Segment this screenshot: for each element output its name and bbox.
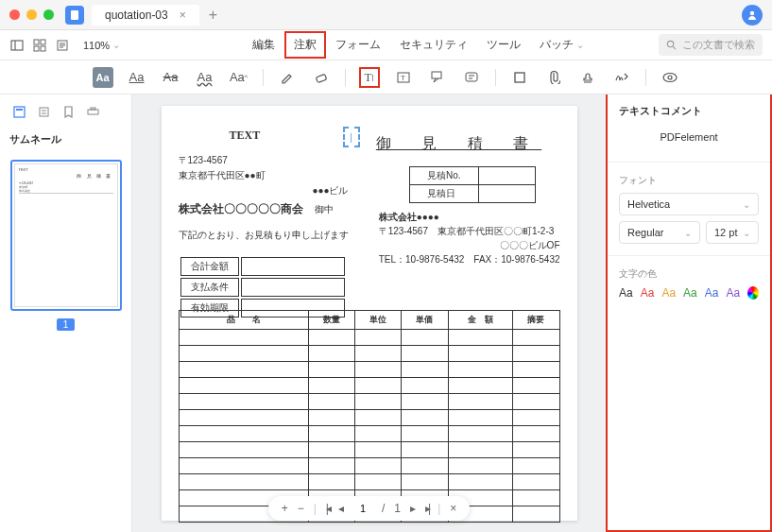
color-green[interactable]: Aa xyxy=(683,286,697,300)
color-purple[interactable]: Aa xyxy=(726,286,740,300)
underline-tool[interactable]: Aa xyxy=(127,67,147,88)
svg-rect-14 xyxy=(316,74,326,82)
color-orange[interactable]: Aa xyxy=(661,286,676,300)
maximize-window-button[interactable] xyxy=(43,9,54,20)
zoom-in-button[interactable]: + xyxy=(282,502,288,515)
text-element[interactable]: TEXT xyxy=(230,129,261,143)
shape-tool[interactable] xyxy=(509,67,530,88)
first-page-button[interactable]: |◂ xyxy=(326,502,329,515)
chevron-down-icon: ⌄ xyxy=(112,40,120,50)
text-comment-tool[interactable]: T| xyxy=(359,67,380,88)
font-family-select[interactable]: Helvetica⌄ xyxy=(619,193,759,215)
color-picker-icon[interactable] xyxy=(747,286,759,300)
outline-tab-icon[interactable] xyxy=(60,104,76,119)
menu-batch[interactable]: バッチ ⌄ xyxy=(530,31,593,59)
user-avatar[interactable] xyxy=(742,5,763,26)
sidebar-title: サムネール xyxy=(8,127,124,152)
reader-view-icon[interactable] xyxy=(55,38,70,53)
search-input[interactable]: この文書で検索 xyxy=(659,34,763,56)
main-area: サムネール TEXT 御 見 積 書 〒123-4567東京都株式会社 1 TE… xyxy=(0,94,772,532)
menu-edit[interactable]: 編集 xyxy=(243,31,284,59)
doc-title: 御 見 積 書 xyxy=(358,134,560,154)
app-icon xyxy=(65,6,84,25)
search-placeholder: この文書で検索 xyxy=(682,38,755,52)
color-label: 文字の色 xyxy=(619,267,759,281)
menu-security[interactable]: セキュリティ xyxy=(390,31,477,59)
caret-tool[interactable]: Aa^ xyxy=(229,67,249,88)
close-pager-button[interactable]: × xyxy=(450,502,456,515)
last-page-button[interactable]: ▸| xyxy=(425,502,428,515)
svg-point-22 xyxy=(663,73,677,81)
font-weight-select[interactable]: Regular⌄ xyxy=(619,221,700,244)
highlighter-tool[interactable] xyxy=(277,67,298,88)
zoom-value: 110% xyxy=(83,40,110,51)
color-black[interactable]: Aa xyxy=(619,286,633,300)
grid-view-icon[interactable] xyxy=(32,38,47,53)
close-tab-icon[interactable]: × xyxy=(180,9,186,22)
strikethrough-tool[interactable]: Aa xyxy=(161,67,181,88)
svg-rect-7 xyxy=(41,46,45,51)
callout-tool[interactable] xyxy=(427,67,448,88)
prev-page-button[interactable]: ◂ xyxy=(338,502,344,515)
zoom-select[interactable]: 110% ⌄ xyxy=(83,40,120,51)
color-blue[interactable]: Aa xyxy=(705,286,719,300)
titlebar: quotation-03 × + xyxy=(0,0,772,30)
svg-text:T: T xyxy=(401,74,405,82)
zoom-out-button[interactable]: − xyxy=(298,502,304,515)
page-thumbnail[interactable]: TEXT 御 見 積 書 〒123-4567東京都株式会社 xyxy=(10,160,122,311)
document-tab[interactable]: quotation-03 × xyxy=(92,5,199,26)
highlight-text-tool[interactable]: Aa xyxy=(93,67,113,88)
menu-tool[interactable]: ツール xyxy=(477,31,530,59)
text-insertion-cursor[interactable]: | xyxy=(343,127,360,147)
next-page-button[interactable]: ▸ xyxy=(410,502,416,515)
page-input[interactable] xyxy=(353,503,372,514)
textbox-tool[interactable]: T xyxy=(393,67,414,88)
properties-panel: テキストコメント PDFelement フォント Helvetica⌄ Regu… xyxy=(606,94,772,532)
search-icon xyxy=(666,40,677,50)
view-mode-toggles xyxy=(9,38,70,53)
squiggly-tool[interactable]: Aa xyxy=(195,67,215,88)
show-comments-tool[interactable] xyxy=(660,67,680,88)
bookmark-tab-icon[interactable] xyxy=(36,104,51,119)
document-canvas[interactable]: TEXT | 御 見 積 書 〒123-4567 東京都千代田区●●町 ●●●ビ… xyxy=(132,94,606,532)
sidebar-toggle-icon[interactable] xyxy=(9,38,25,53)
svg-rect-21 xyxy=(515,73,524,82)
stamp-tool[interactable] xyxy=(577,67,598,88)
close-window-button[interactable] xyxy=(9,9,20,20)
font-size-select[interactable]: 12 pt⌄ xyxy=(706,221,759,244)
svg-point-23 xyxy=(668,76,672,79)
menubar: 110% ⌄ 編集 注釈 フォーム セキュリティ ツール バッチ ⌄ この文書で… xyxy=(0,30,772,60)
signature-tool[interactable] xyxy=(611,67,632,88)
window-controls xyxy=(9,9,54,20)
chevron-down-icon: ⌄ xyxy=(743,199,750,210)
panel-title: テキストコメント xyxy=(619,104,759,118)
attachment-tool[interactable] xyxy=(543,67,564,88)
divider xyxy=(263,69,264,86)
svg-rect-6 xyxy=(34,46,39,51)
color-swatches: Aa Aa Aa Aa Aa Aa xyxy=(619,286,759,300)
svg-rect-0 xyxy=(71,10,78,20)
menu-annotate[interactable]: 注釈 xyxy=(284,31,326,59)
svg-rect-4 xyxy=(34,40,39,44)
svg-rect-5 xyxy=(41,40,45,44)
thumbnail-tab-icon[interactable] xyxy=(11,104,26,119)
sender-address: 〒123-4567 東京都千代田区●●町 ●●●ビル 株式会社〇〇〇〇〇商会 御… xyxy=(179,153,349,218)
color-red[interactable]: Aa xyxy=(641,286,655,300)
page-number-badge: 1 xyxy=(57,318,76,331)
note-tool[interactable] xyxy=(461,67,482,88)
quote-numbers: 見積No. 見積日 xyxy=(409,166,536,203)
total-pages: 1 xyxy=(394,502,401,515)
svg-rect-29 xyxy=(88,110,98,114)
eraser-tool[interactable] xyxy=(311,67,332,88)
attachments-tab-icon[interactable] xyxy=(85,104,100,119)
chevron-down-icon: ⌄ xyxy=(743,228,750,238)
intro-text: 下記のとおり、お見積もり申し上げます xyxy=(179,229,349,242)
svg-rect-25 xyxy=(16,109,23,111)
chevron-down-icon: ⌄ xyxy=(684,228,692,238)
minimize-window-button[interactable] xyxy=(26,9,37,20)
menu-form[interactable]: フォーム xyxy=(326,31,390,59)
new-tab-button[interactable]: + xyxy=(209,7,217,24)
annotation-toolbar: Aa Aa Aa Aa Aa^ T| T xyxy=(0,60,772,94)
svg-rect-2 xyxy=(11,41,23,50)
tab-title: quotation-03 xyxy=(105,9,168,22)
